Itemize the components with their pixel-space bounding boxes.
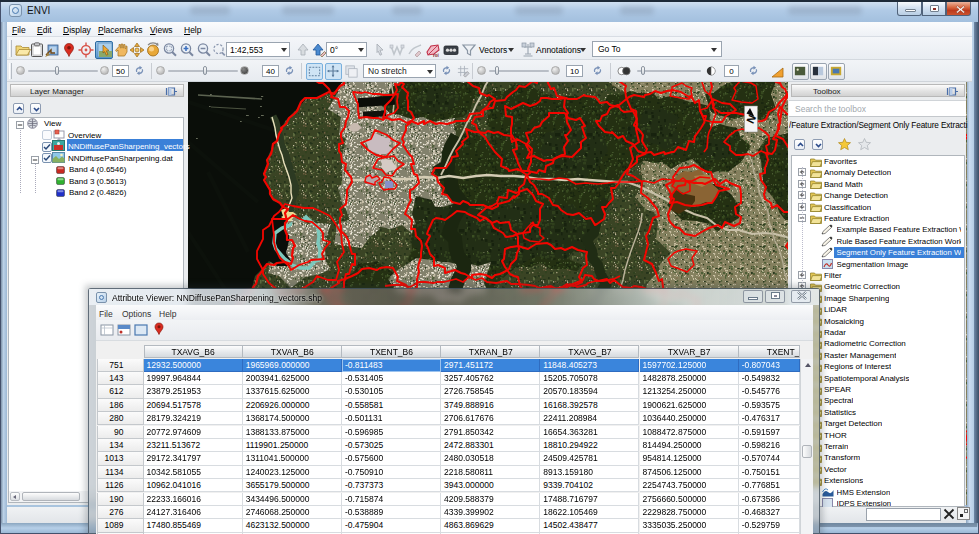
svg-text:roi: roi bbox=[433, 53, 439, 58]
